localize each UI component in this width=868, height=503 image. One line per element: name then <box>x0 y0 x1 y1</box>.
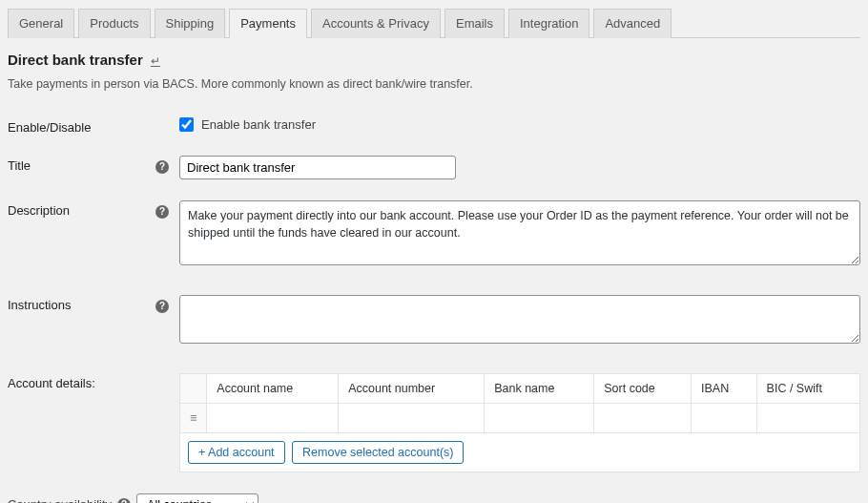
title-input[interactable] <box>179 156 456 179</box>
remove-account-button[interactable]: Remove selected account(s) <box>292 441 464 464</box>
col-sort-code: Sort code <box>594 373 692 403</box>
col-iban: IBAN <box>692 373 757 403</box>
help-icon[interactable]: ? <box>117 498 131 503</box>
col-account-name: Account name <box>207 373 339 403</box>
tab-integration[interactable]: Integration <box>508 9 589 38</box>
tab-accounts-privacy[interactable]: Accounts & Privacy <box>311 9 441 38</box>
enable-checkbox[interactable] <box>179 117 194 132</box>
cell-iban[interactable] <box>692 403 757 432</box>
cell-sort-code[interactable] <box>594 403 692 432</box>
tab-payments[interactable]: Payments <box>229 9 307 38</box>
cell-bank-name[interactable] <box>485 403 594 432</box>
col-bic-swift: BIC / Swift <box>756 373 859 403</box>
help-icon[interactable]: ? <box>155 160 169 174</box>
tab-advanced[interactable]: Advanced <box>593 9 672 38</box>
drag-handle-icon[interactable]: ≡ <box>180 403 207 432</box>
enable-checkbox-label: Enable bank transfer <box>201 117 316 132</box>
col-bank-name: Bank name <box>485 373 594 403</box>
account-details-table: Account name Account number Bank name So… <box>179 373 860 472</box>
section-title: Direct bank transfer <box>8 52 143 68</box>
settings-tabs: General Products Shipping Payments Accou… <box>8 8 860 38</box>
description-textarea[interactable]: Make your payment directly into our bank… <box>179 200 860 265</box>
cell-account-number[interactable] <box>339 403 485 432</box>
instructions-textarea[interactable] <box>179 295 860 343</box>
country-availability-select[interactable]: All countries <box>136 493 258 503</box>
label-availability: Country availability <box>8 497 112 503</box>
tab-products[interactable]: Products <box>78 9 150 38</box>
label-instructions: Instructions <box>8 295 155 312</box>
cell-account-name[interactable] <box>207 403 339 432</box>
add-account-button[interactable]: + Add account <box>188 441 285 464</box>
section-heading: Direct bank transfer ↵ <box>8 52 860 68</box>
label-accounts: Account details: <box>8 373 155 390</box>
col-account-number: Account number <box>339 373 485 403</box>
tab-shipping[interactable]: Shipping <box>155 9 226 38</box>
help-icon[interactable]: ? <box>155 300 169 313</box>
label-description: Description <box>8 200 155 218</box>
section-description: Take payments in person via BACS. More c… <box>8 77 860 91</box>
label-enable: Enable/Disable <box>8 117 155 135</box>
back-link[interactable]: ↵ <box>151 54 160 68</box>
cell-bic-swift[interactable] <box>756 403 859 432</box>
help-icon[interactable]: ? <box>155 205 169 219</box>
tab-general[interactable]: General <box>8 9 74 38</box>
col-handle <box>180 373 207 403</box>
tab-emails[interactable]: Emails <box>444 9 505 38</box>
table-row: ≡ <box>180 403 860 432</box>
label-title: Title <box>8 156 155 173</box>
